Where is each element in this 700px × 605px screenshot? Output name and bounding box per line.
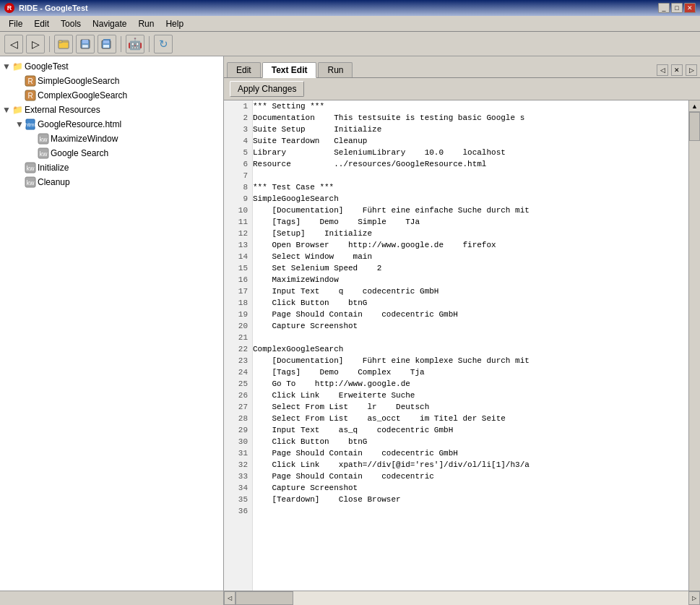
- code-line-24[interactable]: [Tags] Demo Complex Tja: [253, 366, 688, 378]
- tree-item-complexgooglesearch[interactable]: ▶ R ComplexGoogleSearch: [0, 88, 223, 103]
- code-line-14[interactable]: Select Window main: [253, 251, 688, 262]
- tree-item-cleanup[interactable]: ▶ kw Cleanup: [0, 175, 223, 189]
- tab-bar: Edit Text Edit Run ◁ ✕ ▷: [224, 56, 700, 78]
- menu-help[interactable]: Help: [160, 17, 189, 30]
- line-number-31: 31: [224, 447, 252, 459]
- folder-icon: 📁: [12, 61, 23, 72]
- code-line-11[interactable]: [Tags] Demo Simple TJa: [253, 216, 688, 228]
- line-number-29: 29: [224, 424, 252, 436]
- menu-tools[interactable]: Tools: [55, 17, 87, 30]
- code-line-5[interactable]: Library SeleniumLibrary 10.0 localhost: [253, 147, 688, 158]
- code-line-18[interactable]: Click Button btnG: [253, 297, 688, 309]
- tab-prev-button[interactable]: ◁: [657, 64, 668, 76]
- tree-item-initialize[interactable]: ▶ kw Initialize: [0, 160, 223, 175]
- tab-close-button[interactable]: ✕: [671, 64, 683, 76]
- maximize-button[interactable]: □: [671, 3, 683, 13]
- editor-panel: Edit Text Edit Run ◁ ✕ ▷ Apply Changes 1…: [224, 56, 700, 591]
- suite-icon2: R: [25, 90, 36, 101]
- menu-edit[interactable]: Edit: [28, 17, 55, 30]
- tree-item-googletestroot[interactable]: ▼ 📁 GoogleTest: [0, 59, 223, 74]
- code-line-22[interactable]: ComplexGoogleSearch: [253, 343, 688, 355]
- apply-changes-button[interactable]: Apply Changes: [230, 81, 304, 97]
- code-line-16[interactable]: MaximizeWindow: [253, 274, 688, 286]
- code-rows[interactable]: *** Setting ***Documentation This testsu…: [253, 100, 688, 591]
- code-line-2[interactable]: Documentation This testsuite is testing …: [253, 112, 688, 124]
- code-line-29[interactable]: Input Text as_q codecentric GmbH: [253, 424, 688, 436]
- line-number-35: 35: [224, 494, 252, 505]
- tab-text-edit[interactable]: Text Edit: [262, 62, 317, 78]
- code-line-34[interactable]: Capture Screenshot: [253, 482, 688, 494]
- code-line-36[interactable]: [253, 505, 688, 517]
- code-line-21[interactable]: [253, 332, 688, 343]
- back-button[interactable]: ◁: [4, 35, 23, 53]
- code-line-17[interactable]: Input Text q codecentric GmbH: [253, 286, 688, 297]
- tree-item-googlesearch[interactable]: ▶ kw Google Search: [0, 146, 223, 160]
- code-line-6[interactable]: Resource ../resources/GoogleResource.htm…: [253, 158, 688, 170]
- code-line-20[interactable]: Capture Screenshot: [253, 320, 688, 332]
- line-number-20: 20: [224, 320, 252, 332]
- save-all-icon: [101, 38, 113, 50]
- tree-item-simplegooglesearch[interactable]: ▶ R SimpleGoogleSearch: [0, 74, 223, 88]
- code-line-19[interactable]: Page Should Contain codecentric GmbH: [253, 309, 688, 320]
- tree-item-googleresourcehtml[interactable]: ▼ html GoogleResource.html: [0, 117, 223, 132]
- code-line-8[interactable]: *** Test Case ***: [253, 181, 688, 193]
- menu-navigate[interactable]: Navigate: [87, 17, 132, 30]
- menu-run[interactable]: Run: [132, 17, 160, 30]
- code-line-7[interactable]: [253, 170, 688, 181]
- code-line-27[interactable]: Select From List lr Deutsch: [253, 401, 688, 413]
- tab-edit[interactable]: Edit: [227, 62, 261, 77]
- left-scroll-spacer: [0, 591, 224, 605]
- refresh-button[interactable]: ↻: [154, 35, 173, 53]
- save-all-button[interactable]: [98, 35, 116, 53]
- toolbar-separator-2: [121, 36, 121, 52]
- code-line-1[interactable]: *** Setting ***: [253, 100, 688, 112]
- save-button[interactable]: [76, 35, 95, 53]
- robot-button[interactable]: 🤖: [126, 35, 144, 53]
- close-button[interactable]: ✕: [684, 3, 696, 13]
- code-line-4[interactable]: Suite Teardown Cleanup: [253, 135, 688, 147]
- minimize-button[interactable]: _: [658, 3, 670, 13]
- horizontal-scrollbar[interactable]: ◁ ▷: [224, 591, 700, 605]
- title-bar-controls[interactable]: _ □ ✕: [658, 3, 696, 13]
- code-line-15[interactable]: Set Selenium Speed 2: [253, 262, 688, 274]
- code-line-35[interactable]: [Teardown] Close Browser: [253, 494, 688, 505]
- svg-rect-9: [103, 39, 111, 40]
- app-icon: R: [4, 3, 14, 13]
- code-line-12[interactable]: [Setup] Initialize: [253, 228, 688, 239]
- code-line-31[interactable]: Page Should Contain codecentric GmbH: [253, 447, 688, 459]
- horizontal-scroll-track[interactable]: [236, 591, 688, 605]
- code-line-10[interactable]: [Documentation] Führt eine einfache Such…: [253, 205, 688, 216]
- line-number-11: 11: [224, 216, 252, 228]
- scroll-right-button[interactable]: ▷: [688, 591, 700, 605]
- tree-label-googlesearch: Google Search: [51, 148, 108, 158]
- vertical-scrollbar[interactable]: ▲ ▼: [688, 100, 700, 591]
- scroll-thumb[interactable]: [689, 112, 700, 141]
- line-number-25: 25: [224, 378, 252, 390]
- menu-file[interactable]: File: [3, 17, 28, 30]
- main-content: ▼ 📁 GoogleTest ▶ R SimpleGoogleSearch ▶: [0, 56, 700, 591]
- line-number-18: 18: [224, 297, 252, 309]
- code-line-13[interactable]: Open Browser http://www.google.de firefo…: [253, 239, 688, 251]
- code-line-28[interactable]: Select From List as_occt im Titel der Se…: [253, 413, 688, 424]
- code-line-30[interactable]: Click Button btnG: [253, 436, 688, 447]
- tree-item-externalresources[interactable]: ▼ 📁 External Resources: [0, 103, 223, 117]
- code-line-26[interactable]: Click Link Erweiterte Suche: [253, 390, 688, 401]
- horizontal-scrollbar-bar: ◁ ▷: [0, 591, 700, 605]
- open-button[interactable]: [54, 35, 73, 53]
- code-editor[interactable]: 1234567891011121314151617181920212223242…: [224, 100, 700, 591]
- code-line-32[interactable]: Click Link xpath=//div[@id='res']/div/ol…: [253, 459, 688, 471]
- scroll-up-button[interactable]: ▲: [689, 100, 700, 112]
- horizontal-scroll-thumb[interactable]: [236, 591, 293, 605]
- scroll-left-button[interactable]: ◁: [224, 591, 236, 605]
- code-line-25[interactable]: Go To http://www.google.de: [253, 378, 688, 390]
- tab-run[interactable]: Run: [318, 62, 353, 77]
- tree-item-maximizewindow[interactable]: ▶ kw MaximizeWindow: [0, 132, 223, 146]
- code-line-23[interactable]: [Documentation] Führt eine komplexe Such…: [253, 355, 688, 366]
- code-line-9[interactable]: SimpleGoogleSearch: [253, 193, 688, 205]
- code-line-3[interactable]: Suite Setup Initialize: [253, 124, 688, 135]
- tab-next-button[interactable]: ▷: [686, 64, 697, 76]
- forward-button[interactable]: ▷: [26, 35, 45, 53]
- code-scroll-wrapper[interactable]: *** Setting ***Documentation This testsu…: [253, 100, 688, 591]
- menu-bar: File Edit Tools Navigate Run Help: [0, 16, 700, 32]
- code-line-33[interactable]: Page Should Contain codecentric: [253, 471, 688, 482]
